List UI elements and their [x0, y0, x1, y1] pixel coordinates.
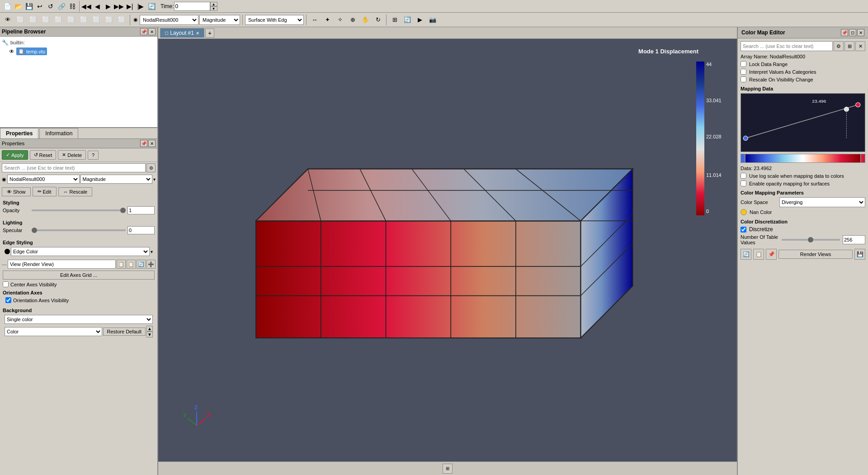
new-btn[interactable]: 📄 [2, 1, 12, 11]
last-btn[interactable]: |▶ [136, 1, 146, 11]
undo-btn[interactable]: ↩ [35, 1, 45, 11]
tab-properties[interactable]: Properties [0, 128, 38, 138]
cme-float-btn[interactable]: ⊡ [849, 29, 856, 36]
search-options-btn[interactable]: ⚙ [146, 163, 156, 172]
extract-btn[interactable]: ⬜ [116, 14, 127, 26]
cme-close-btn[interactable]: ✕ [857, 29, 864, 36]
render-views-button[interactable]: Render Views [778, 250, 853, 259]
play-btn[interactable]: ▶ [103, 1, 113, 11]
open-btn[interactable]: 📂 [13, 1, 23, 11]
redo-btn[interactable]: ↺ [46, 1, 56, 11]
magnitude-select[interactable]: Magnitude [199, 15, 240, 25]
representation-select[interactable]: Surface With Edg [245, 15, 304, 25]
help-button[interactable]: ? [88, 151, 99, 160]
view-btn-3[interactable]: 🔄 [137, 260, 146, 269]
array-name-select[interactable]: NodalResult000 [7, 175, 80, 184]
loop-btn[interactable]: 🔄 [146, 1, 156, 11]
opacity-input[interactable] [127, 206, 155, 214]
edge-color-select[interactable]: Edge Color [11, 247, 150, 256]
orientation-visibility-checkbox[interactable] [5, 297, 11, 303]
specular-input[interactable] [127, 226, 155, 234]
time-input[interactable] [174, 2, 210, 11]
table-values-input[interactable] [843, 235, 865, 244]
slice-btn[interactable]: ⬜ [103, 14, 115, 26]
cylinder-btn[interactable]: ⬜ [40, 14, 52, 26]
opacity-mapping-checkbox[interactable] [741, 180, 746, 186]
view-input[interactable] [8, 260, 116, 269]
nan-color-circle[interactable] [741, 209, 747, 215]
layout-tab[interactable]: □ Layout #1 ✕ [160, 28, 204, 38]
viewport[interactable]: Mode 1 Displacement 44 33.041 22.028 11.… [158, 39, 737, 461]
properties-close-btn[interactable]: ✕ [148, 140, 156, 147]
refresh-btn[interactable]: 🔄 [401, 14, 413, 26]
array-arrow[interactable]: ▾ [153, 177, 156, 182]
plane-btn[interactable]: ⬜ [65, 14, 77, 26]
save-btn[interactable]: 💾 [24, 1, 34, 11]
tab-information[interactable]: Information [39, 128, 78, 138]
scroll-down-btn[interactable]: ▼ [146, 332, 153, 337]
time-down-btn[interactable]: ▼ [210, 6, 217, 11]
cme-right-endpoint[interactable] [861, 154, 865, 163]
view-btn-2[interactable]: 📋 [127, 260, 136, 269]
edge-color-arrow[interactable]: ▾ [151, 249, 153, 254]
rescale-button[interactable]: ↔ Rescale [58, 187, 93, 196]
cme-search-settings-btn[interactable]: ⚙ [834, 41, 844, 51]
select-btn[interactable]: ✦ [321, 14, 333, 26]
prev-btn[interactable]: ◀ [92, 1, 102, 11]
restore-default-button[interactable]: Restore Default [103, 328, 146, 336]
render-btn[interactable]: ▶ [414, 14, 426, 26]
view-btn-4[interactable]: ➕ [146, 260, 156, 269]
table-values-slider[interactable] [782, 239, 840, 241]
bg-type-select[interactable]: Single color [5, 315, 153, 324]
sphere-btn[interactable]: ⬜ [27, 14, 39, 26]
interpret-categories-checkbox[interactable] [741, 69, 746, 75]
lock-data-range-checkbox[interactable] [741, 61, 746, 67]
color-select[interactable]: Color [5, 327, 102, 336]
log-scale-checkbox[interactable] [741, 173, 746, 179]
scroll-up-btn[interactable]: ▲ [146, 326, 153, 332]
pan-btn[interactable]: ✋ [359, 14, 371, 26]
cme-left-endpoint[interactable] [741, 154, 745, 163]
clip-btn[interactable]: ⬜ [90, 14, 102, 26]
tools-btn[interactable]: ⬜ [78, 14, 90, 26]
play-all-btn[interactable]: ▶▶ [114, 1, 124, 11]
apply-button[interactable]: ✓ Apply [2, 150, 28, 160]
reset-button[interactable]: ↺ Reset [30, 150, 57, 160]
cme-search-layout-btn[interactable]: ⊞ [844, 41, 854, 51]
cme-search-close-btn[interactable]: ✕ [855, 41, 865, 51]
pipeline-close-btn[interactable]: ✕ [148, 28, 156, 35]
rescale-visibility-checkbox[interactable] [741, 76, 746, 82]
cme-copy-btn[interactable]: 📋 [753, 249, 764, 260]
arrow-btn[interactable]: ⬜ [52, 14, 64, 26]
pipeline-file-item[interactable]: 📋 temp.vtu [16, 48, 47, 55]
back-btn[interactable]: ◀◀ [81, 1, 91, 11]
cme-save-btn[interactable]: 💾 [854, 249, 865, 260]
opacity-slider[interactable] [32, 209, 126, 211]
axes-grid-button[interactable]: Edit Axes Grid ... [3, 271, 155, 280]
time-up-btn[interactable]: ▲ [210, 2, 217, 6]
cme-refresh-btn[interactable]: 🔄 [741, 249, 751, 260]
screenshot-btn[interactable]: 📷 [427, 14, 439, 26]
visibility-eye-icon[interactable]: 👁 [9, 48, 14, 55]
bottom-center-btn[interactable]: ⊞ [443, 464, 453, 474]
pipeline-pin-btn[interactable]: 📌 [140, 28, 147, 35]
cme-gradient-area[interactable]: 23.496 [741, 93, 865, 152]
cme-search-input[interactable] [741, 41, 833, 51]
result-select[interactable]: NodalResult000 [140, 15, 198, 25]
cme-colorbar-gradient[interactable] [745, 154, 861, 163]
discretize-checkbox[interactable] [741, 227, 746, 233]
eye-btn[interactable]: 👁 [2, 14, 14, 26]
magnitude-prop-select[interactable]: Magnitude [80, 175, 153, 184]
zoom-btn[interactable]: ⊕ [347, 14, 359, 26]
cme-pin-btn[interactable]: 📌 [841, 29, 848, 36]
disconnect-btn[interactable]: ⛓ [67, 1, 77, 11]
pick-btn[interactable]: ✧ [334, 14, 346, 26]
delete-button[interactable]: ✕ Delete [58, 150, 86, 160]
edit-button[interactable]: ✏ Edit [33, 187, 57, 196]
next-btn[interactable]: ▶| [125, 1, 135, 11]
properties-pin-btn[interactable]: 📌 [140, 140, 147, 147]
center-axes-checkbox[interactable] [3, 281, 9, 287]
connect-btn[interactable]: 🔗 [57, 1, 66, 11]
show-button[interactable]: 👁 Show [2, 187, 31, 196]
specular-slider[interactable] [32, 229, 126, 231]
